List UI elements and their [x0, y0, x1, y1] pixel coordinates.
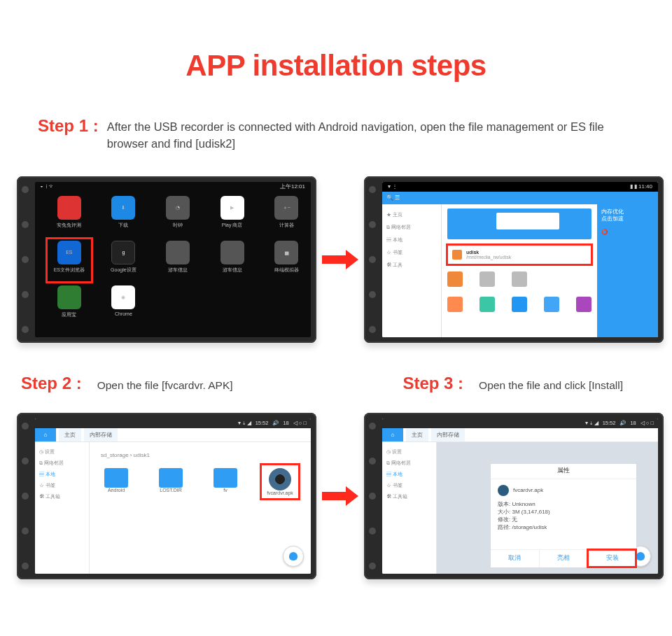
step3-row: Step 3 : Open the file and click [Instal…	[402, 374, 623, 393]
es-file-list: sd_storage › udisk1 Android LOST.DIR fv …	[90, 442, 311, 574]
arrow-right-icon	[322, 250, 358, 269]
android-home-screen: ▾ ⋮ ᯤ 上午12:01 安兔兔评测 ⬇下载 ◔时钟 ▶Play 商店 ＋−计…	[35, 182, 311, 337]
es-toolbar: 🔍 ☰	[382, 192, 658, 204]
category-row[interactable]	[447, 271, 592, 287]
step1-text: After the USB recorder is connected with…	[107, 116, 634, 153]
panels-row-2: ▾ ⫰ ◢ 15:52 🔊18 ◁ ○ □ ⌂ 主页 内部存储 ◷ 设置 ⧉ 网…	[0, 413, 672, 579]
status-bar: ▾ ⫰ ◢ 15:52 🔊18 ◁ ○ □	[35, 418, 311, 428]
step2-row: Step 2 : Open the file [fvcardvr. APK]	[21, 374, 233, 393]
tab-internal[interactable]: 内部存储	[84, 428, 118, 441]
install-dialog-screen: ▾ ⫰ ◢15:52🔊18◁ ○ □ ⌂ 主页 内部存储 ◷ 设置 ⧉ 网络邻居…	[382, 418, 658, 574]
apk-icon	[498, 485, 509, 496]
es-tabs[interactable]: ⌂ 主页 内部存储	[382, 428, 658, 442]
step3-label: Step 3 :	[402, 374, 463, 393]
app-chrome[interactable]: ◉Chrome	[104, 285, 144, 325]
mic-icon	[289, 552, 298, 560]
sidebar-item[interactable]: ★ 主页	[385, 209, 438, 221]
tablet-bezel-buttons	[369, 186, 376, 333]
es-file-browser-screen: ▾ ⋮▮ ▮ 11:40 🔍 ☰ ★ 主页 ⧉ 网络邻居 ▤ 本地 ☆ 书签 🛠…	[382, 182, 658, 337]
dialog-line: 大小: 3M (3,147,618)	[498, 508, 629, 516]
tablet-bezel-buttons	[22, 423, 29, 570]
voice-button[interactable]	[283, 546, 304, 567]
app-car-info-2[interactable]: 游车信息	[212, 241, 253, 280]
storage-banner	[447, 209, 592, 239]
es-sidebar[interactable]: ◷ 设置 ⧉ 网络邻居 ▤ 本地 ☆ 书签 🛠 工具箱	[35, 442, 90, 574]
cancel-button[interactable]: 取消	[491, 549, 539, 567]
status-bar: ▾ ⫰ ◢15:52🔊18◁ ○ □	[382, 418, 658, 428]
es-right-panel: 内存优化点击加速⭕	[597, 204, 658, 337]
tablet-bezel-buttons	[369, 423, 376, 570]
dialog-line: 版本: Unknown	[498, 500, 629, 508]
tablet-open-apk: ▾ ⫰ ◢ 15:52 🔊18 ◁ ○ □ ⌂ 主页 内部存储 ◷ 设置 ⧉ 网…	[17, 413, 316, 579]
tablet-file-browser: ▾ ⋮▮ ▮ 11:40 🔍 ☰ ★ 主页 ⧉ 网络邻居 ▤ 本地 ☆ 书签 🛠…	[364, 176, 664, 343]
step2-text: Open the file [fvcardvr. APK]	[97, 379, 233, 392]
app-es-file-explorer[interactable]: ESES文件浏览器	[49, 241, 90, 280]
es-sidebar[interactable]: ◷ 设置 ⧉ 网络邻居 ▤ 本地 ☆ 书签 🛠 工具箱	[382, 442, 437, 574]
app-calculator[interactable]: ＋−计算器	[266, 196, 307, 235]
app-play-store[interactable]: ▶Play 商店	[212, 196, 253, 235]
dialog-title: 属性	[491, 464, 636, 479]
app-terminal[interactable]: ▅终端模拟器	[266, 241, 307, 280]
wifi-icon: ▾ ⋮ ᯤ	[41, 183, 55, 190]
folder-lostdir[interactable]: LOST.DIR	[155, 468, 186, 495]
step3-text: Open the file and click [Install]	[479, 379, 623, 392]
es-home-icon[interactable]: ⌂	[35, 428, 56, 441]
dialog-body: fvcardvr.apk 版本: Unknown 大小: 3M (3,147,6…	[491, 479, 636, 535]
app-downloads[interactable]: ⬇下载	[104, 196, 144, 235]
udisk-row[interactable]: udisk/mnt/media_rw/udisk	[447, 245, 592, 264]
page-title: APP installation steps	[0, 49, 672, 83]
dialog-line: 修改: 无	[498, 516, 629, 523]
tab-internal[interactable]: 内部存储	[431, 428, 465, 441]
mic-icon	[636, 552, 645, 560]
app-antutu[interactable]: 安兔兔评测	[49, 196, 90, 235]
es-main: udisk/mnt/media_rw/udisk	[442, 204, 597, 337]
panels-row-1: ▾ ⋮ ᯤ 上午12:01 安兔兔评测 ⬇下载 ◔时钟 ▶Play 商店 ＋−计…	[0, 176, 672, 343]
es-main-dimmed: 属性 fvcardvr.apk 版本: Unknown 大小: 3M (3,14…	[437, 442, 658, 574]
type-row[interactable]	[447, 297, 592, 312]
app-car-info-1[interactable]: 游车信息	[158, 241, 198, 280]
status-time: 上午12:01	[280, 183, 305, 190]
sidebar-item[interactable]: ◷ 设置	[38, 446, 86, 458]
tablet-install-dialog: ▾ ⫰ ◢15:52🔊18◁ ○ □ ⌂ 主页 内部存储 ◷ 设置 ⧉ 网络邻居…	[364, 413, 664, 579]
dialog-footer: 取消 亮相 安装	[491, 549, 636, 567]
status-bar: ▾ ⋮▮ ▮ 11:40	[382, 182, 658, 192]
es-file-list-screen: ▾ ⫰ ◢ 15:52 🔊18 ◁ ○ □ ⌂ 主页 内部存储 ◷ 设置 ⧉ 网…	[35, 418, 311, 574]
es-sidebar[interactable]: ★ 主页 ⧉ 网络邻居 ▤ 本地 ☆ 书签 🛠 工具	[382, 204, 442, 337]
sidebar-item[interactable]: ⧉ 网络邻居	[385, 221, 438, 234]
properties-dialog: 属性 fvcardvr.apk 版本: Unknown 大小: 3M (3,14…	[490, 463, 637, 568]
home-grid: 安兔兔评测 ⬇下载 ◔时钟 ▶Play 商店 ＋−计算器 ESES文件浏览器 g…	[35, 192, 311, 325]
steps-2-3-labels: Step 2 : Open the file [fvcardvr. APK] S…	[0, 374, 672, 393]
sidebar-item[interactable]: ▤ 本地	[385, 234, 438, 246]
usb-icon	[452, 250, 462, 260]
tablet-bezel-buttons	[22, 186, 29, 333]
sidebar-item[interactable]: ☆ 书签	[38, 480, 86, 491]
app-clock[interactable]: ◔时钟	[158, 196, 198, 235]
sidebar-item[interactable]: ▤ 本地	[38, 469, 86, 480]
sidebar-item[interactable]: ⧉ 网络邻居	[38, 458, 86, 469]
arrow-right-icon	[322, 486, 358, 506]
tablet-home-screen: ▾ ⋮ ᯤ 上午12:01 安兔兔评测 ⬇下载 ◔时钟 ▶Play 商店 ＋−计…	[17, 176, 316, 343]
folder-fv[interactable]: fv	[210, 468, 241, 495]
sidebar-item[interactable]: ☆ 书签	[385, 246, 438, 259]
file-fvcardvr-apk[interactable]: fvcardvr.apk	[265, 468, 295, 495]
dialog-line: 路径: /storage/udisk	[498, 523, 629, 531]
folder-android[interactable]: Android	[101, 468, 132, 495]
tab-home[interactable]: 主页	[59, 428, 81, 441]
sidebar-item[interactable]: 🛠 工具	[385, 259, 438, 271]
install-button[interactable]: 安装	[587, 549, 636, 567]
app-google-settings[interactable]: gGoogle设置	[104, 241, 144, 280]
step2-label: Step 2 :	[21, 374, 82, 393]
status-bar: ▾ ⋮ ᯤ 上午12:01	[35, 182, 311, 192]
app-yingyongbao[interactable]: 应用宝	[49, 285, 90, 325]
breadcrumb[interactable]: sd_storage › udisk1	[101, 452, 300, 458]
sidebar-item[interactable]: 🛠 工具箱	[38, 491, 86, 502]
step1-row: Step 1 : After the USB recorder is conne…	[0, 116, 672, 153]
es-tabs[interactable]: ⌂ 主页 内部存储	[35, 428, 311, 442]
step1-label: Step 1 :	[38, 116, 99, 136]
es-home-icon[interactable]: ⌂	[382, 428, 403, 441]
middle-button[interactable]: 亮相	[539, 549, 588, 567]
tab-home[interactable]: 主页	[406, 428, 428, 441]
dialog-app-name: fvcardvr.apk	[513, 487, 543, 493]
